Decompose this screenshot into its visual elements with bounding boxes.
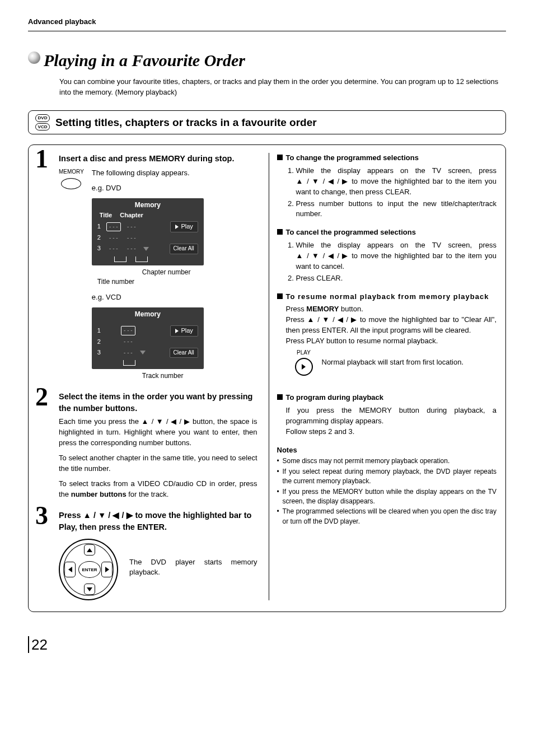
resume-p3: Press PLAY button to resume normal playb… [286,336,497,347]
osd-chapter-slot-2: - - - [124,234,139,242]
program-p2: Follow steps 2 and 3. [286,427,497,437]
program-p1: If you press the MEMORY button during pl… [286,405,497,427]
step-1-following: The following display appears. [92,168,257,179]
osd-row-idx: 1 [97,222,103,231]
dpad-right-icon [101,562,113,577]
osd-play-label: Play [181,326,193,335]
cancel-li1: While the display appears on the TV scre… [296,240,497,272]
eg-vcd-label: e.g. VCD [92,292,257,303]
section-header: DVD VCD Setting titles, chapters or trac… [28,110,506,134]
osd-dvd: Memory Title Chapter 1 - - - - - - [92,198,204,265]
arrow-glyphs: ▲ / ▼ / ◀ / ▶ [307,315,357,324]
notes-list: Some discs may not permit memory playbac… [277,456,497,526]
step-2: 2 Select the items in the order you want… [38,391,257,500]
osd-vcd: Memory 1 - - - Play [92,307,204,369]
memory-button: MEMORY [59,168,84,189]
section-title: Setting titles, chapters or tracks in a … [55,115,317,130]
step-3: 3 Press ▲ / ▼ / ◀ / ▶ to move the highli… [38,510,257,600]
osd-col-chapter: Chapter [120,211,143,220]
square-bullet-icon [277,155,283,160]
dpad-down-icon [84,584,95,595]
osd-vcd-title: Memory [92,307,204,320]
osd-track-slot-3: - - - [121,349,135,357]
annot-track: Track number [142,371,257,381]
play-button: PLAY [295,349,313,376]
content-box: 1 Insert a disc and press MEMORY during … [28,144,506,612]
page-title: Playing in a Favourite Order [28,48,506,73]
header-rule [28,31,506,31]
page-title-wrap: Playing in a Favourite Order [28,48,506,73]
osd-track-slot-2: - - - [121,338,135,346]
osd-play-label: Play [181,222,193,231]
scroll-down-icon [140,351,146,354]
osd-play-button: Play [170,325,198,337]
osd-title-slot-2: - - - [106,234,121,242]
osd-annotation-vcd: Track number [92,371,257,381]
resume-p4: Normal playback will start from first lo… [322,357,497,368]
note-item: If you press the MEMORY button while the… [277,487,497,507]
step-1: 1 Insert a disc and press MEMORY during … [38,153,257,381]
sub-program-head: To program during playback [277,393,497,403]
step-3-p1: The DVD player starts memory playback. [129,557,257,578]
notes-head: Notes [277,445,497,456]
step-2-p2: To select another chapter in the same ti… [59,453,257,474]
intro-text: You can combine your favourite titles, c… [59,77,506,98]
bullet-sphere-icon [28,52,40,64]
step-1-title: Insert a disc and press MEMORY during st… [59,153,257,165]
sub-program-body: If you press the MEMORY button during pl… [286,405,497,437]
left-column: 1 Insert a disc and press MEMORY during … [38,153,263,600]
arrow-glyphs: ▲ / ▼ / ◀ / ▶ [142,417,190,426]
bracket-icon [114,256,127,262]
play-button-icon [295,358,313,376]
vcd-icon: VCD [35,123,50,131]
sub-cancel-head: To cancel the programmed selections [277,227,497,238]
change-li2: Press number buttons to input the new ti… [296,199,497,220]
dpad-left-icon [64,562,76,577]
arrow-glyphs: ▲ / ▼ / ◀ / ▶ [296,177,349,185]
osd-chapter-slot-3: - - - [124,245,139,253]
page-number: 22 [28,634,506,656]
cancel-li2: Press CLEAR. [296,273,497,284]
osd-clear-all-button: Clear All [170,348,198,358]
step-number-2: 2 [35,384,48,410]
step-2-p3: To select tracks from a VIDEO CD/audio C… [59,479,257,500]
disc-type-icons: DVD VCD [35,114,50,130]
sub-change-head: To change the programmed selections [277,153,497,164]
eg-dvd-label: e.g. DVD [92,183,257,194]
square-bullet-icon [277,229,283,235]
osd-title-slot-1: - - - [106,222,121,232]
note-item: If you select repeat during memory playb… [277,467,497,487]
note-item: The programmed selections will be cleare… [277,507,497,526]
memory-button-icon [61,178,81,189]
arrow-glyphs: ▲ / ▼ / ◀ / ▶ [296,251,349,260]
osd-row-idx: 3 [97,244,103,253]
play-label: PLAY [295,349,313,357]
osd-chapter-slot-1: - - - [124,223,139,231]
note-item: Some discs may not permit memory playbac… [277,456,497,466]
dpad-up-icon [84,544,95,556]
resume-p1: Press MEMORY button. [286,304,497,315]
sub-resume-head: To resume normal playback from memory pl… [277,292,497,302]
osd-annotation-dvd: Chapter number Title number [92,268,257,287]
osd-title-slot-3: - - - [106,245,121,253]
right-column: To change the programmed selections Whil… [269,153,497,600]
osd-row-idx: 2 [97,338,103,347]
step-number-3: 3 [35,503,48,529]
osd-col-title: Title [100,211,112,220]
annot-chapter: Chapter number [142,268,257,277]
bracket-icon [123,360,135,366]
resume-p2: Press ▲ / ▼ / ◀ / ▶ to move the highligh… [286,315,497,336]
change-li1: While the display appears on the TV scre… [296,166,497,198]
breadcrumb: Advanced playback [28,17,506,27]
osd-clear-all-button: Clear All [170,244,198,254]
annot-title: Title number [97,277,257,287]
osd-row-idx: 2 [97,234,103,242]
play-triangle-icon [175,329,179,333]
bracket-icon [135,256,148,262]
step-3-title: Press ▲ / ▼ / ◀ / ▶ to move the highligh… [59,510,257,533]
step-2-p1: Each time you press the ▲ / ▼ / ◀ / ▶ bu… [59,417,257,449]
osd-play-button: Play [170,221,198,232]
osd-dvd-title: Memory [92,198,204,211]
sub-change-body: While the display appears on the TV scre… [286,166,497,220]
scroll-down-icon [143,247,149,251]
